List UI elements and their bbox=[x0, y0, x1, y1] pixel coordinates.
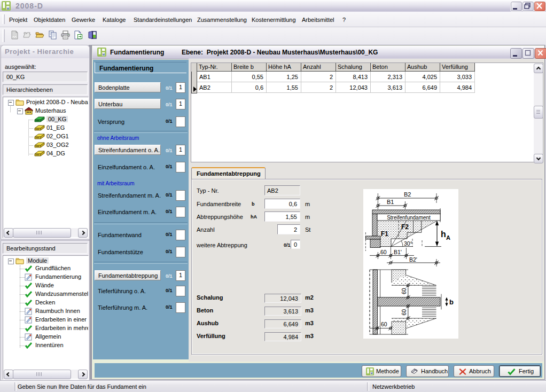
svg-text:60: 60 bbox=[381, 321, 387, 327]
svg-text:60: 60 bbox=[380, 249, 387, 255]
svg-text:A: A bbox=[446, 234, 450, 241]
svg-text:F2: F2 bbox=[401, 223, 409, 231]
svg-text:h: h bbox=[441, 230, 446, 239]
svg-text:B1': B1' bbox=[394, 249, 402, 255]
svg-text:30°: 30° bbox=[404, 240, 412, 247]
svg-text:B2: B2 bbox=[404, 191, 411, 198]
svg-text:60: 60 bbox=[401, 288, 407, 294]
svg-text:60: 60 bbox=[401, 309, 407, 316]
svg-text:b: b bbox=[449, 298, 454, 306]
svg-text:B2': B2' bbox=[409, 256, 417, 263]
svg-text:Streifenfundament: Streifenfundament bbox=[387, 215, 431, 221]
svg-text:B1: B1 bbox=[387, 199, 394, 205]
svg-text:M: M bbox=[6, 7, 9, 10]
svg-text:F1: F1 bbox=[381, 230, 388, 238]
